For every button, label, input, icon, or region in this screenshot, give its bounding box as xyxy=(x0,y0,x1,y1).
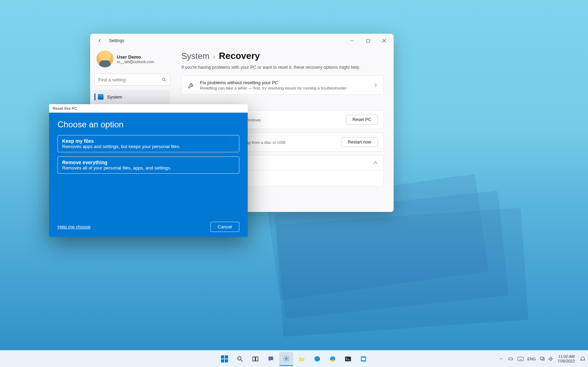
nav-list: System xyxy=(94,90,170,104)
option-keep-my-files[interactable]: Keep my files Removes apps and settings,… xyxy=(58,135,239,152)
clock-date: 7/26/2022 xyxy=(557,359,575,363)
maximize-button[interactable] xyxy=(360,34,376,48)
clock[interactable]: 11:02 AM 7/26/2022 xyxy=(557,354,575,363)
breadcrumb: System › Recovery xyxy=(181,51,384,61)
volume-icon xyxy=(548,356,554,362)
edge-icon[interactable] xyxy=(310,352,324,366)
display-icon xyxy=(98,94,103,100)
svg-point-2 xyxy=(162,78,165,80)
app-icon[interactable] xyxy=(356,352,370,366)
dialog-titlebar: Reset this PC xyxy=(49,104,248,113)
svg-rect-13 xyxy=(518,357,524,361)
edge-canary-icon[interactable] xyxy=(326,352,340,366)
taskbar-center xyxy=(218,352,370,366)
language-indicator[interactable]: ENG xyxy=(527,357,536,361)
minimize-button[interactable] xyxy=(344,34,360,48)
option-remove-everything[interactable]: Remove everything Removes all of your pe… xyxy=(58,156,239,174)
clock-time: 11:02 AM xyxy=(557,354,575,359)
chat-icon[interactable] xyxy=(264,352,278,366)
user-profile[interactable]: User Demo m__lab@outlook.com xyxy=(94,48,170,72)
svg-rect-9 xyxy=(331,360,334,361)
network-icon xyxy=(539,356,546,362)
card-desc: Resetting can take a while — first, try … xyxy=(200,86,368,90)
quick-settings[interactable] xyxy=(539,356,554,362)
page-subtitle: If you're having problems with your PC o… xyxy=(181,65,384,70)
sidebar-item-system[interactable]: System xyxy=(94,90,170,104)
breadcrumb-parent[interactable]: System xyxy=(181,51,209,61)
search-input[interactable] xyxy=(98,77,161,82)
start-button[interactable] xyxy=(218,352,232,366)
option-title: Remove everything xyxy=(62,160,235,165)
chevron-up-icon xyxy=(373,160,378,165)
task-view-icon[interactable] xyxy=(248,352,262,366)
svg-point-6 xyxy=(286,358,287,359)
close-button[interactable] xyxy=(376,34,392,48)
wrench-icon xyxy=(187,81,195,89)
chevron-right-icon xyxy=(373,83,378,88)
window-title: Settings xyxy=(109,38,124,43)
svg-rect-5 xyxy=(256,357,258,361)
reset-this-pc-dialog: Reset this PC Choose an option Keep my f… xyxy=(49,104,248,237)
troubleshoot-card[interactable]: Fix problems without resetting your PC R… xyxy=(181,75,384,95)
user-name: User Demo xyxy=(117,54,154,60)
window-controls xyxy=(344,34,392,48)
terminal-icon[interactable] xyxy=(341,352,355,366)
file-explorer-icon[interactable] xyxy=(295,352,309,366)
tray-chevron-up-icon[interactable] xyxy=(498,356,504,362)
help-me-choose-link[interactable]: Help me choose xyxy=(58,224,91,229)
svg-rect-4 xyxy=(253,357,255,361)
svg-rect-1 xyxy=(367,39,370,42)
page-title: Recovery xyxy=(219,51,260,61)
avatar xyxy=(96,51,113,67)
search-icon xyxy=(161,77,166,82)
user-email: m__lab@outlook.com xyxy=(117,60,154,64)
option-desc: Removes apps and settings, but keeps you… xyxy=(62,144,235,149)
option-title: Keep my files xyxy=(62,138,235,144)
svg-rect-12 xyxy=(362,358,365,360)
svg-rect-19 xyxy=(541,357,543,359)
dialog-heading: Choose an option xyxy=(58,120,239,129)
system-tray: ENG 11:02 AM 7/26/2022 xyxy=(498,354,586,363)
onedrive-icon[interactable] xyxy=(508,356,514,362)
taskbar: ENG 11:02 AM 7/26/2022 xyxy=(0,350,588,367)
card-title: Fix problems without resetting your PC xyxy=(200,80,368,85)
keyboard-icon[interactable] xyxy=(517,356,524,362)
back-button[interactable] xyxy=(96,36,104,45)
settings-icon[interactable] xyxy=(279,352,293,366)
svg-rect-10 xyxy=(345,356,351,361)
sidebar-item-label: System xyxy=(107,94,122,100)
svg-point-3 xyxy=(238,356,241,360)
titlebar: Settings xyxy=(90,34,394,48)
reset-pc-button[interactable]: Reset PC xyxy=(346,115,378,125)
taskbar-search-icon[interactable] xyxy=(233,352,247,366)
search-box[interactable] xyxy=(94,74,170,86)
chevron-right-icon: › xyxy=(213,53,215,61)
option-desc: Removes all of your personal files, apps… xyxy=(62,165,235,171)
cancel-button[interactable]: Cancel xyxy=(211,222,239,232)
restart-now-button[interactable]: Restart now xyxy=(341,137,378,147)
notifications-icon[interactable] xyxy=(580,356,586,362)
